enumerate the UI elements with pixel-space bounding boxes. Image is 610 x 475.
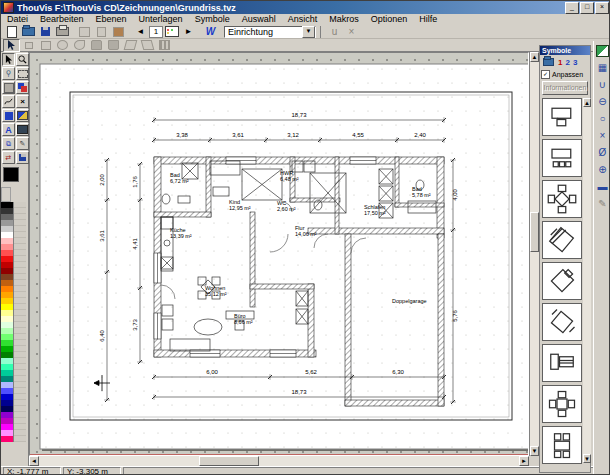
export-window-tool-icon[interactable]: ⧉	[2, 137, 15, 150]
ellipse-tool-icon[interactable]	[54, 39, 71, 52]
image-icon[interactable]: ▬	[595, 179, 610, 194]
menu-ansicht[interactable]: Ansicht	[282, 14, 324, 25]
room-area: 5,78 m²	[412, 192, 431, 198]
next-page-icon[interactable]: ►	[180, 25, 197, 38]
snap-circle-icon[interactable]: ○	[595, 111, 610, 126]
color-swatch-empty[interactable]	[14, 436, 26, 442]
symbol-bed-pencil[interactable]	[542, 303, 582, 341]
zoom-tool-icon[interactable]	[16, 53, 29, 66]
tool-palette: ⚲ × A ⧉ ✎ ⇄	[1, 52, 29, 475]
secondary-color-swatch[interactable]	[1, 187, 11, 202]
print-icon[interactable]	[54, 25, 71, 38]
menu-makros[interactable]: Makros	[323, 14, 365, 25]
watermark-icon[interactable]: W	[202, 25, 219, 38]
symbol-table-rect-chairs[interactable]	[542, 426, 582, 464]
symbol-bed-diamond[interactable]	[542, 262, 582, 300]
symbols-scrollbar[interactable]: ▲ ▼	[583, 98, 591, 463]
slope2-tool-icon[interactable]	[139, 39, 156, 52]
menu-symbole[interactable]: Symbole	[189, 14, 236, 25]
pages-icon[interactable]	[163, 25, 180, 38]
pie-tool-icon[interactable]	[71, 39, 88, 52]
symbol-bed-hatch[interactable]	[542, 221, 582, 259]
menu-bearbeiten[interactable]: Bearbeiten	[34, 14, 90, 25]
scroll-up-icon[interactable]: ▲	[530, 52, 539, 62]
menu-ebenen[interactable]: Ebenen	[90, 14, 133, 25]
select-tool-icon[interactable]	[3, 39, 20, 52]
symbols-page-1[interactable]: 1	[558, 58, 562, 67]
save-disk-tool-icon[interactable]	[16, 151, 29, 164]
menu-auswahl[interactable]: Auswahl	[236, 14, 282, 25]
window-icon[interactable]	[595, 43, 610, 58]
symbols-scroll-up-icon[interactable]: ▲	[583, 98, 591, 107]
menu-optionen[interactable]: Optionen	[365, 14, 414, 25]
layers-color-tool-icon[interactable]	[16, 81, 29, 94]
minimize-button[interactable]: _	[565, 2, 579, 14]
menu-hilfe[interactable]: Hilfe	[413, 14, 443, 25]
snap-cross-icon[interactable]: ×	[595, 128, 610, 143]
anpassen-checkbox[interactable]: ✓ Anpassen	[540, 68, 590, 81]
grid-tool-icon[interactable]	[156, 39, 173, 52]
select-arrow-icon[interactable]	[2, 53, 15, 66]
symbol-table-diamond[interactable]	[542, 180, 582, 218]
menu-datei[interactable]: Datei	[1, 14, 34, 25]
symbols-scroll-down-icon[interactable]: ▼	[583, 454, 591, 463]
scroll-down-icon[interactable]: ▼	[530, 446, 539, 456]
view-combo-value: Einrichtung	[228, 27, 273, 37]
rects-tool-icon[interactable]	[37, 39, 54, 52]
title-bar[interactable]: ThouVis F:\ThouVis CD\Zeichnungen\Grundr…	[1, 1, 610, 14]
symbol-desk-chair[interactable]	[542, 98, 582, 136]
close-button[interactable]: ×	[595, 2, 609, 14]
current-color-swatch[interactable]	[3, 167, 19, 182]
selection-rect-tool-icon[interactable]	[16, 67, 29, 80]
checkbox-check-icon: ✓	[541, 70, 550, 79]
open-symbols-icon[interactable]	[541, 57, 555, 68]
draw-icon[interactable]: ✎	[595, 196, 610, 211]
freehand-tool-icon[interactable]	[2, 95, 15, 108]
hand2-tool-icon[interactable]	[105, 39, 122, 52]
copy-icon[interactable]	[93, 25, 110, 38]
text-tool-icon[interactable]: A	[2, 123, 15, 136]
fill-tool-icon[interactable]	[2, 109, 15, 122]
scroll-right-icon[interactable]: ►	[519, 456, 529, 466]
color-swatch[interactable]	[1, 436, 14, 442]
new-icon[interactable]	[3, 25, 20, 38]
scroll-left-icon[interactable]: ◄	[29, 456, 39, 466]
symbol-desk-drawers[interactable]	[542, 139, 582, 177]
maximize-button[interactable]: □	[580, 2, 594, 14]
rect-tool-icon[interactable]	[20, 39, 37, 52]
informationen-button[interactable]: Informationen	[542, 81, 588, 95]
open-icon[interactable]	[20, 25, 37, 38]
horizontal-scrollbar[interactable]: ◄ ►	[29, 456, 529, 466]
symbol-table-cross[interactable]	[542, 385, 582, 423]
snap-center-icon[interactable]: ⊕	[595, 162, 610, 177]
symbol-shelf-desk[interactable]	[542, 344, 582, 382]
cut-tool-icon[interactable]: ×	[16, 95, 29, 108]
image-tool-icon[interactable]	[16, 109, 29, 122]
prev-page-icon[interactable]: ◄	[132, 25, 149, 38]
symbols-page-2[interactable]: 2	[565, 58, 569, 67]
undo-icon[interactable]: u	[326, 25, 343, 38]
symbols-page-3[interactable]: 3	[573, 58, 577, 67]
symbols-panel-title[interactable]: Symbole	[540, 46, 590, 55]
save-pencil-tool-icon[interactable]: ✎	[16, 137, 29, 150]
magnet-icon[interactable]: ∪	[595, 77, 610, 92]
save-icon[interactable]	[37, 25, 54, 38]
menu-unterlagen[interactable]: Unterlagen	[133, 14, 189, 25]
cube-tool-icon[interactable]	[2, 81, 15, 94]
palette-export-tool-icon[interactable]: ⇄	[2, 151, 15, 164]
pin-tool-icon[interactable]: ⚲	[2, 67, 15, 80]
delete-icon[interactable]: ×	[343, 25, 360, 38]
paste-icon[interactable]	[110, 25, 127, 38]
drawing-canvas[interactable]: 18,733,383,613,124,552,406,005,626,3018,…	[29, 52, 529, 456]
combo-dropdown-icon[interactable]: ▼	[302, 26, 315, 38]
monitor-tool-icon[interactable]	[16, 123, 29, 136]
snap-node-icon[interactable]: ⊖	[595, 94, 610, 109]
view-combo[interactable]: Einrichtung ▼	[224, 26, 316, 38]
slope-tool-icon[interactable]	[122, 39, 139, 52]
grid-icon[interactable]: ▦	[595, 60, 610, 75]
no-snap-icon[interactable]: Ø	[595, 145, 610, 160]
vertical-scrollbar[interactable]: ▲ ▼	[529, 52, 539, 456]
hand-tool-icon[interactable]	[88, 39, 105, 52]
cut-icon[interactable]	[76, 25, 93, 38]
app-window: ThouVis F:\ThouVis CD\Zeichnungen\Grundr…	[0, 0, 610, 475]
